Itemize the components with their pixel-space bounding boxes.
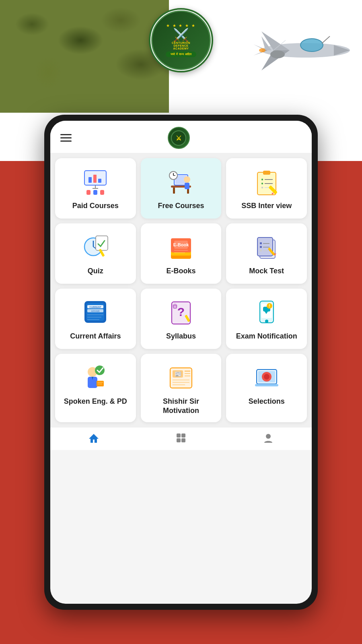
top-bar-logo: ⚔ bbox=[168, 127, 190, 149]
svg-rect-109 bbox=[181, 438, 185, 442]
logo-circle: ★ ★ ★ ★ ★ ⚔️ CENTURIONDEFENCEACADEMY जयो… bbox=[149, 8, 213, 72]
svg-rect-54 bbox=[257, 237, 273, 256]
svg-rect-10 bbox=[88, 177, 92, 183]
syllabus-label: Syllabus bbox=[166, 332, 196, 341]
svg-point-3 bbox=[270, 50, 285, 58]
bottom-profile[interactable] bbox=[263, 432, 274, 444]
menu-grid: Paid Courses bbox=[50, 153, 312, 427]
hamburger-menu[interactable] bbox=[60, 134, 72, 142]
svg-rect-59 bbox=[260, 250, 262, 252]
hamburger-line-1 bbox=[60, 134, 72, 135]
svg-text:⚔: ⚔ bbox=[176, 135, 181, 142]
svg-rect-20 bbox=[100, 190, 104, 195]
svg-rect-88 bbox=[97, 381, 104, 386]
menu-item-shishir[interactable]: 📰 Shishir Sir Motivation bbox=[141, 354, 222, 422]
svg-text:📰: 📰 bbox=[174, 371, 181, 378]
mock-test-icon bbox=[251, 231, 282, 262]
svg-rect-12 bbox=[98, 179, 101, 183]
menu-item-exam-notification[interactable]: ! Exam Notification bbox=[226, 289, 307, 349]
svg-rect-104 bbox=[255, 384, 278, 386]
hamburger-line-3 bbox=[60, 140, 72, 142]
ebooks-label: E-Books bbox=[166, 266, 195, 276]
ssb-interview-label: SSB Inter view bbox=[241, 201, 292, 211]
paid-courses-label: Paid Courses bbox=[72, 201, 119, 211]
svg-text:CURRENT: CURRENT bbox=[90, 306, 102, 308]
svg-text:E-Book: E-Book bbox=[173, 242, 189, 247]
syllabus-icon: ? bbox=[166, 297, 196, 327]
logo-text: CENTURIONDEFENCEACADEMY bbox=[172, 41, 190, 50]
svg-rect-35 bbox=[261, 183, 263, 184]
svg-rect-18 bbox=[93, 190, 97, 195]
svg-point-86 bbox=[95, 365, 105, 375]
menu-item-free-courses[interactable]: Free Courses bbox=[141, 158, 222, 219]
quiz-icon bbox=[80, 231, 111, 262]
spoken-eng-icon bbox=[80, 362, 111, 392]
bottom-grid[interactable] bbox=[175, 432, 187, 444]
svg-rect-27 bbox=[185, 183, 189, 189]
svg-point-110 bbox=[266, 434, 271, 439]
free-courses-label: Free Courses bbox=[158, 201, 204, 211]
free-courses-icon bbox=[166, 166, 196, 196]
svg-rect-37 bbox=[261, 187, 263, 188]
menu-item-ebooks[interactable]: E-Book E-Books bbox=[141, 223, 222, 284]
camo-background bbox=[0, 0, 169, 113]
exam-notification-label: Exam Notification bbox=[236, 332, 297, 341]
ssb-icon bbox=[251, 166, 282, 196]
svg-point-103 bbox=[264, 374, 269, 380]
menu-item-quiz[interactable]: Quiz bbox=[55, 223, 136, 284]
mock-test-label: Mock Test bbox=[249, 266, 284, 276]
svg-rect-55 bbox=[260, 242, 262, 244]
paid-courses-icon bbox=[80, 166, 111, 196]
svg-text:AFFAIR: AFFAIR bbox=[91, 310, 100, 312]
hamburger-line-2 bbox=[60, 137, 72, 138]
selections-label: Selections bbox=[249, 397, 285, 406]
phone-frame: ⚔ bbox=[44, 115, 318, 610]
shishir-label: Shishir Sir Motivation bbox=[146, 397, 217, 416]
phone-screen: ⚔ bbox=[50, 121, 312, 604]
phone-top-bar: ⚔ bbox=[50, 121, 312, 153]
svg-rect-22 bbox=[173, 188, 175, 194]
menu-item-mock-test[interactable]: Mock Test bbox=[226, 223, 307, 284]
bottom-home[interactable] bbox=[88, 432, 99, 444]
current-affairs-icon: CURRENT AFFAIR bbox=[80, 297, 111, 327]
menu-item-selections[interactable]: Selections bbox=[226, 354, 307, 422]
shishir-icon: 📰 bbox=[166, 362, 196, 392]
logo-stars: ★ ★ ★ ★ ★ bbox=[166, 23, 196, 28]
svg-point-79 bbox=[265, 320, 268, 323]
svg-marker-105 bbox=[89, 434, 99, 443]
menu-item-spoken-eng[interactable]: Spoken Eng. & PD bbox=[55, 354, 136, 422]
svg-rect-108 bbox=[177, 438, 181, 442]
logo-inner: ★ ★ ★ ★ ★ ⚔️ CENTURIONDEFENCEACADEMY जयो… bbox=[151, 10, 211, 70]
svg-point-26 bbox=[184, 176, 190, 183]
svg-text:!: ! bbox=[269, 304, 270, 308]
svg-rect-16 bbox=[86, 190, 90, 195]
svg-rect-107 bbox=[181, 433, 185, 438]
selections-icon bbox=[251, 362, 282, 392]
svg-rect-33 bbox=[261, 179, 263, 180]
bottom-nav-bar bbox=[50, 427, 312, 450]
svg-rect-106 bbox=[177, 433, 181, 438]
svg-rect-57 bbox=[260, 246, 262, 248]
svg-rect-32 bbox=[263, 171, 270, 175]
menu-item-paid-courses[interactable]: Paid Courses bbox=[55, 158, 136, 219]
quiz-label: Quiz bbox=[88, 266, 103, 276]
header-logo-area: ★ ★ ★ ★ ★ ⚔️ CENTURIONDEFENCEACADEMY जयो… bbox=[149, 8, 213, 72]
svg-rect-11 bbox=[93, 175, 97, 183]
svg-text:?: ? bbox=[177, 305, 185, 318]
menu-item-syllabus[interactable]: ? Syllabus bbox=[141, 289, 222, 349]
spoken-eng-label: Spoken Eng. & PD bbox=[64, 397, 127, 406]
menu-item-ssb-interview[interactable]: SSB Inter view bbox=[226, 158, 307, 219]
svg-point-4 bbox=[259, 48, 265, 52]
svg-line-5 bbox=[322, 36, 330, 43]
current-affairs-label: Current Affairs bbox=[70, 332, 121, 341]
logo-figure: ⚔️ bbox=[173, 29, 189, 41]
logo-banner: जयो में सव्य आहित bbox=[166, 52, 197, 57]
fighter-jet-image bbox=[241, 24, 354, 89]
ebooks-icon: E-Book bbox=[166, 231, 196, 262]
menu-item-current-affairs[interactable]: CURRENT AFFAIR Current Affairs bbox=[55, 289, 136, 349]
exam-notification-icon: ! bbox=[251, 297, 282, 327]
svg-rect-44 bbox=[96, 236, 108, 250]
